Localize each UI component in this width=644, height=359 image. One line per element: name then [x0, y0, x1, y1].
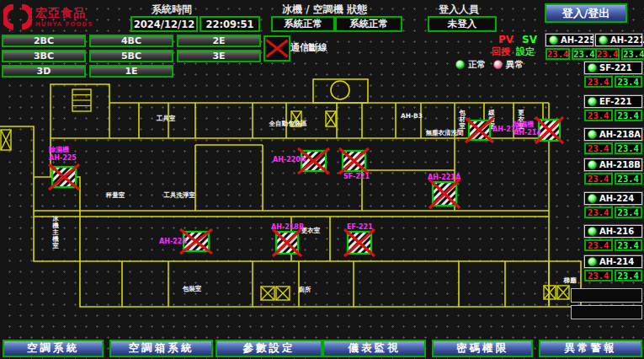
hvac-status-label: 冰機 / 空調機 狀態 — [282, 3, 367, 17]
system-date-value: 2024/12/12 — [130, 16, 198, 32]
empty-slot — [571, 305, 642, 319]
sv-value: 23.4 — [615, 142, 643, 154]
ahu-marker-ah-224[interactable]: AH-224 — [159, 229, 212, 254]
status-lamp — [588, 63, 597, 72]
room-label: 無塵衣清洗間 — [426, 129, 465, 137]
nav-button-3[interactable]: 參數設定 — [216, 340, 322, 357]
room-label: 工具室 — [156, 115, 176, 122]
floor-button-3e[interactable]: 3E — [177, 50, 261, 62]
unit-ah-214[interactable]: AH-214 — [584, 255, 642, 268]
pv-value: 23.4 — [584, 239, 613, 251]
ahu-marker-ah-214[interactable]: 除濕機AH-214 — [514, 117, 563, 143]
pv-value: 23.4 — [584, 206, 613, 218]
ahu-marker-ah-225[interactable]: 除濕機AH-225 — [49, 146, 79, 190]
floor-button-2e[interactable]: 2E — [177, 35, 261, 47]
unit-ef-221[interactable]: EF-221 — [584, 95, 642, 108]
unit-temps-ah-224: 23.423.4 — [584, 206, 642, 218]
pv-value: 23.4 — [546, 48, 570, 60]
unit-name: AH-218A — [599, 130, 641, 139]
room-label: 廁所 — [298, 286, 312, 293]
ahu-marker-label: AH-221A — [428, 174, 461, 181]
unit-name: AH-221A — [610, 35, 644, 45]
login-logout-button[interactable]: 登入/登出 — [545, 3, 627, 23]
unit-temps-ah-218b: 23.423.4 — [584, 173, 642, 185]
login-user-value: 未登入 — [428, 16, 497, 32]
normal-lamp-icon — [455, 60, 465, 69]
status-lamp — [588, 130, 597, 139]
room-label: 更衣室 — [301, 227, 321, 234]
sv-value: 23.4 — [615, 110, 643, 121]
status-lamp — [588, 227, 597, 236]
stairs-icon — [72, 89, 91, 111]
sv-value: 23.4 — [621, 48, 644, 60]
abnormal-lamp-icon — [493, 60, 503, 69]
sv-value: 23.4 — [615, 76, 643, 88]
floor-button-3d[interactable]: 3D — [2, 65, 86, 78]
normal-label: 正常 — [468, 59, 486, 71]
shaft-x-icon — [544, 286, 556, 299]
sv-value: 23.4 — [615, 239, 643, 251]
unit-name: AH-216 — [599, 227, 634, 236]
ahu-marker-label: EF-221 — [347, 223, 373, 231]
chiller-status: 系統正常 — [271, 16, 335, 32]
unit-ah-224[interactable]: AH-224 — [584, 192, 642, 205]
floor-button-5bc[interactable]: 5BC — [89, 50, 173, 62]
unit-temps-sf-221: 23.423.4 — [584, 76, 642, 88]
nav-button-1[interactable]: 空調系統 — [3, 340, 104, 357]
nav-button-4[interactable]: 儀表監視 — [322, 340, 426, 357]
nav-button-2[interactable]: 空調箱系統 — [109, 340, 213, 357]
floor-button-3bc[interactable]: 3BC — [2, 50, 86, 62]
unit-ah-218b[interactable]: AH-218B — [584, 158, 642, 171]
unit-temps-ah-218a: 23.423.4 — [584, 142, 642, 154]
floorplan: 工具室全自動包裝區AH-B3無塵衣清洗間包材室緩衝室更衣室秤量室工具洗淨室更衣室… — [0, 78, 585, 340]
floor-button-4bc[interactable]: 4BC — [89, 35, 173, 47]
pv-value: 23.4 — [595, 48, 620, 60]
ahu-marker-sf-221[interactable]: SF-221 — [339, 148, 370, 180]
unit-ah-221a[interactable]: AH-221A — [595, 34, 642, 46]
room-label: 秤量室 — [105, 191, 125, 199]
sv-value: 23.4 — [615, 206, 643, 218]
unit-ah-225[interactable]: AH-225 — [546, 34, 593, 46]
room-label: 冰機主機室 — [51, 215, 59, 249]
unit-name: AH-225 — [561, 35, 595, 45]
unit-temps-ah-216: 23.423.4 — [584, 239, 642, 251]
ahu-marker-label: AH-220A — [273, 156, 306, 163]
ahu-marker-label: SF-221 — [343, 173, 370, 180]
status-lamp — [588, 160, 597, 169]
ahu-status: 系統正常 — [335, 16, 402, 32]
unit-ah-218a[interactable]: AH-218A — [584, 128, 642, 141]
system-time-label: 系統時間 — [152, 3, 192, 17]
unit-name: AH-224 — [599, 194, 634, 203]
room-label: 包裝室 — [182, 285, 202, 292]
unit-ah-216[interactable]: AH-216 — [584, 225, 642, 238]
sv-value: 23.4 — [615, 270, 643, 281]
unit-temps-ah-225: 23.423.4 — [546, 48, 593, 60]
ahu-marker-ah-218b[interactable]: AH-218B — [271, 223, 304, 256]
comm-lost-label: 通信斷線 — [290, 41, 327, 54]
shaft-x-icon — [1, 130, 11, 150]
unit-sf-221[interactable]: SF-221 — [584, 62, 642, 74]
nav-button-6[interactable]: 異常警報 — [539, 340, 642, 357]
pv-value: 23.4 — [584, 173, 613, 185]
empty-slot — [571, 288, 642, 303]
shaft-x-icon — [557, 286, 569, 299]
floor-button-2bc[interactable]: 2BC — [2, 35, 86, 47]
ahu-marker-label: 除濕機AH-225 — [49, 146, 77, 162]
pv-label: PV — [498, 34, 514, 46]
ahu-marker-ef-221[interactable]: EF-221 — [344, 223, 375, 256]
status-lamp — [599, 35, 608, 45]
ahu-marker-label: AH-218B — [271, 223, 304, 231]
ahu-marker-label: 除濕機AH-214 — [514, 121, 541, 137]
room-label: 包材室 — [458, 109, 466, 130]
logo-icon — [3, 4, 32, 29]
floor-button-1e[interactable]: 1E — [89, 65, 173, 78]
unit-temps-ef-221: 23.423.4 — [584, 110, 642, 121]
status-lamp — [588, 97, 597, 106]
ahu-marker-ah-221a[interactable]: AH-221A — [428, 174, 461, 208]
ahu-marker-ah-220a[interactable]: AH-220A — [273, 148, 329, 174]
nav-button-5[interactable]: 密碼權限 — [432, 340, 533, 357]
unit-name: AH-214 — [599, 257, 634, 266]
shaft-x-icon — [326, 111, 336, 126]
logo: 宏亞食品 HUNYA FOODS — [3, 3, 98, 30]
room-label: 全自動包裝區 — [269, 120, 308, 127]
